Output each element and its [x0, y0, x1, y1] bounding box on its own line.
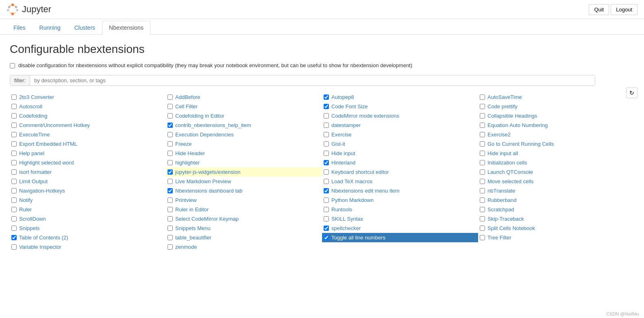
ext-link-runtools[interactable]: Runtools — [331, 206, 352, 213]
checkbox-gotocurrent[interactable] — [480, 141, 485, 147]
ext-link-gotocurrent[interactable]: Go to Current Running Cells — [487, 141, 554, 147]
ext-link-equationauto[interactable]: Equation Auto Numbering — [487, 122, 548, 128]
checkbox-executiondeps[interactable] — [168, 132, 173, 137]
ext-link-keyboardshortcut[interactable]: Keyboard shortcut editor — [331, 169, 389, 175]
checkbox-cellfilter[interactable] — [168, 104, 173, 109]
checkbox-scratchpad[interactable] — [480, 207, 485, 212]
ext-link-datestamper[interactable]: datestamper — [331, 122, 361, 128]
checkbox-autosavetime[interactable] — [480, 94, 485, 100]
refresh-button[interactable]: ↻ — [626, 88, 637, 98]
ext-link-nbtranslate[interactable]: nbTranslate — [487, 188, 515, 194]
ext-link-codefoldingeditor[interactable]: Codefolding in Editor — [175, 113, 224, 119]
ext-link-hideinputall[interactable]: Hide input all — [487, 150, 518, 156]
checkbox-nbextdashboard[interactable] — [168, 188, 173, 193]
checkbox-rulereditor[interactable] — [168, 207, 173, 212]
ext-link-highlighter[interactable]: highlighter — [175, 160, 200, 166]
checkbox-highlightword[interactable] — [11, 160, 17, 165]
checkbox-exercise[interactable] — [324, 132, 329, 137]
ext-link-pythonmarkdown[interactable]: Python Markdown — [331, 197, 374, 203]
ext-link-codefontsize[interactable]: Code Font Size — [331, 103, 368, 110]
checkbox-snippetsmenu[interactable] — [168, 226, 173, 231]
tab-running[interactable]: Running — [33, 21, 67, 35]
ext-link-rulereditor[interactable]: Ruler in Editor — [175, 206, 209, 213]
ext-link-jupyterwidgets[interactable]: jupyter-js-widgets/extension — [175, 169, 240, 175]
checkbox-hideinput[interactable] — [324, 151, 329, 156]
compat-checkbox[interactable] — [10, 63, 15, 68]
checkbox-limitoutput[interactable] — [11, 179, 17, 184]
ext-link-limitoutput[interactable]: Limit Output — [19, 178, 48, 184]
ext-link-rubberband[interactable]: Rubberband — [487, 197, 517, 203]
ext-link-treefilter[interactable]: Tree Filter — [487, 235, 511, 241]
ext-link-highlightword[interactable]: Highlight selected word — [19, 160, 74, 166]
checkbox-codeprettify[interactable] — [480, 104, 485, 109]
ext-link-executiondeps[interactable]: Execution Dependencies — [175, 132, 234, 138]
ext-link-tableofcontents[interactable]: Table of Contents (2) — [19, 235, 68, 241]
ext-link-snippetsmenu[interactable]: Snippets Menu — [175, 225, 211, 231]
checkbox-executetime[interactable] — [11, 132, 17, 137]
ext-link-launchqtconsole[interactable]: Launch QTConsole — [487, 169, 533, 175]
ext-link-notify[interactable]: Notify — [19, 197, 33, 203]
ext-link-moveselectedcells[interactable]: Move selected cells — [487, 178, 533, 184]
ext-link-collapsibleheadings[interactable]: Collapsible Headings — [487, 113, 537, 119]
ext-link-selectcodemirror[interactable]: Select CodeMirror Keymap — [175, 216, 239, 222]
filter-input[interactable] — [30, 75, 595, 86]
tab-clusters[interactable]: Clusters — [67, 21, 102, 35]
checkbox-tableofcontents[interactable] — [11, 235, 17, 240]
ext-link-codeprettify[interactable]: Code prettify — [487, 103, 518, 110]
quit-button[interactable]: Quit — [589, 4, 609, 15]
ext-link-addbefore[interactable]: AddBefore — [175, 94, 200, 100]
checkbox-printview[interactable] — [168, 197, 173, 203]
ext-link-snippets[interactable]: Snippets — [19, 225, 40, 231]
ext-link-skillsyntax[interactable]: SKILL Syntax — [331, 216, 363, 222]
ext-link-autosavetime[interactable]: AutoSaveTime — [487, 94, 522, 100]
checkbox-navigationhotkeys[interactable] — [11, 188, 17, 193]
ext-link-contribnb[interactable]: contrib_nbextensions_help_item — [175, 122, 251, 128]
checkbox-helppanel[interactable] — [11, 151, 17, 156]
ext-link-variableinspector[interactable]: Variable Inspector — [19, 244, 61, 250]
ext-link-scratchpad[interactable]: Scratchpad — [487, 206, 514, 213]
checkbox-togglelinenumbers[interactable] — [324, 235, 329, 240]
checkbox-skiptraceback[interactable] — [480, 216, 485, 222]
ext-link-zenmode[interactable]: zenmode — [175, 244, 197, 250]
ext-link-executetime[interactable]: ExecuteTime — [19, 132, 50, 138]
ext-link-freeze[interactable]: Freeze — [175, 141, 191, 147]
checkbox-exercise2[interactable] — [480, 132, 485, 137]
ext-link-skiptraceback[interactable]: Skip-Traceback — [487, 216, 524, 222]
checkbox-codefontsize[interactable] — [324, 104, 329, 109]
ext-link-exportembedded[interactable]: Export Embedded HTML — [19, 141, 77, 147]
checkbox-datestamper[interactable] — [324, 123, 329, 128]
ext-link-codemirrormode[interactable]: CodeMirror mode extensions — [331, 113, 399, 119]
ext-link-navigationhotkeys[interactable]: Navigation-Hotkeys — [19, 188, 65, 194]
ext-link-hideheader[interactable]: Hide Header — [175, 150, 205, 156]
ext-link-autoscroll[interactable]: Autoscroll — [19, 103, 42, 110]
checkbox-notify[interactable] — [11, 197, 17, 203]
checkbox-keyboardshortcut[interactable] — [324, 169, 329, 175]
tab-files[interactable]: Files — [7, 21, 33, 35]
checkbox-loadtex[interactable] — [324, 179, 329, 184]
checkbox-gistit[interactable] — [324, 141, 329, 147]
ext-link-initializationcells[interactable]: Initialization cells — [487, 160, 527, 166]
checkbox-exportembedded[interactable] — [11, 141, 17, 147]
checkbox-rubberband[interactable] — [480, 197, 485, 203]
ext-link-exercise[interactable]: Exercise — [331, 132, 352, 138]
checkbox-collapsibleheadings[interactable] — [480, 113, 485, 118]
ext-link-togglelinenumbers[interactable]: Toggle all line numbers — [331, 235, 385, 241]
tab-nbextensions[interactable]: Nbextensions — [102, 21, 150, 35]
ext-link-autopep8[interactable]: Autopep8 — [331, 94, 354, 100]
checkbox-scrolldown[interactable] — [11, 216, 17, 222]
checkbox-hinterland[interactable] — [324, 160, 329, 165]
checkbox-2to3converter[interactable] — [11, 94, 17, 100]
ext-link-codefolding[interactable]: Codefolding — [19, 113, 47, 119]
ext-link-helppanel[interactable]: Help panel — [19, 150, 44, 156]
checkbox-splitcellsnotebook[interactable] — [480, 226, 485, 231]
checkbox-ruler[interactable] — [11, 207, 17, 212]
checkbox-selectcodemirror[interactable] — [168, 216, 173, 222]
ext-link-printview[interactable]: Printview — [175, 197, 197, 203]
ext-link-isortformatter[interactable]: isort formatter — [19, 169, 52, 175]
checkbox-codefoldingeditor[interactable] — [168, 113, 173, 118]
checkbox-runtools[interactable] — [324, 207, 329, 212]
ext-link-splitcellsnotebook[interactable]: Split Cells Notebook — [487, 225, 535, 231]
logout-button[interactable]: Logout — [611, 4, 637, 15]
checkbox-initializationcells[interactable] — [480, 160, 485, 165]
checkbox-contribnb[interactable] — [168, 123, 173, 128]
